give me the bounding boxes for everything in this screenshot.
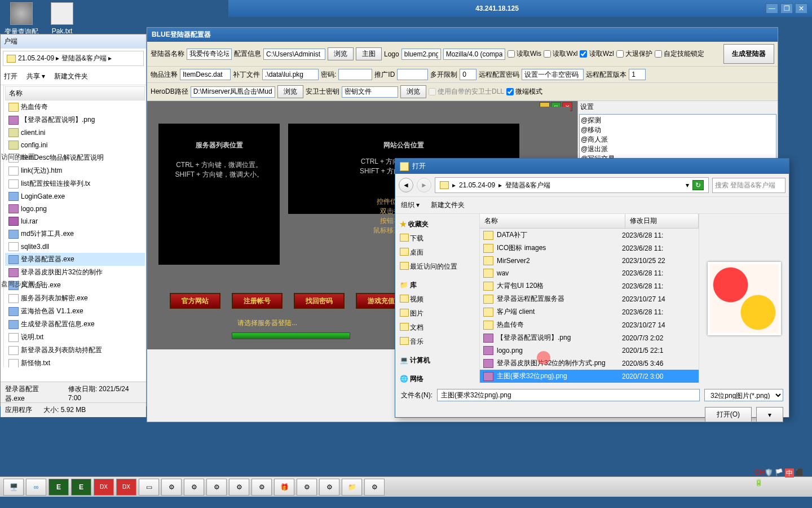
micro-mode-checkbox[interactable]: [506, 88, 514, 95]
filename-input[interactable]: [437, 389, 700, 401]
file-row[interactable]: 【登录器配置说明】.png: [5, 113, 145, 126]
taskbar-item[interactable]: DX: [116, 479, 136, 496]
breadcrumb[interactable]: 21.05.24-09 ▸ 登陆器&客户端 ▸: [3, 51, 144, 66]
file-row[interactable]: link(无边).htm: [5, 164, 145, 177]
taskbar-item[interactable]: 📁: [342, 479, 362, 496]
launcher-name-input[interactable]: [187, 49, 232, 60]
list-item[interactable]: @商人派: [581, 135, 775, 144]
file-row[interactable]: 客户端 client2023/6/28 11:: [480, 305, 699, 318]
read-wxl-checkbox[interactable]: [544, 50, 551, 58]
tray-icon[interactable]: ⬛: [795, 468, 804, 478]
file-row[interactable]: 新怪物.txt: [5, 357, 145, 367]
file-row[interactable]: MirServer22023/10/25 22: [480, 255, 699, 267]
refresh-button[interactable]: ↻: [692, 180, 704, 190]
file-row[interactable]: LoginGate.exe: [5, 190, 145, 203]
taskbar-item[interactable]: 🖥️: [3, 479, 24, 496]
game-btn-findpwd[interactable]: 找回密码: [294, 293, 345, 309]
taskbar-item[interactable]: ⚙: [229, 479, 249, 496]
cancel-button[interactable]: ▾: [756, 407, 783, 422]
nav-item[interactable]: 下载: [399, 231, 476, 246]
maximize-button[interactable]: ❐: [780, 3, 793, 14]
browse-button[interactable]: 浏览: [400, 85, 426, 98]
list-item[interactable]: @移动: [581, 125, 775, 135]
desktop-icon[interactable]: Pak.txt: [45, 2, 79, 35]
file-row[interactable]: 热血传奇: [5, 100, 145, 113]
ua-input[interactable]: [443, 49, 505, 60]
pwd-input[interactable]: [338, 69, 372, 80]
read-wis-checkbox[interactable]: [508, 50, 515, 58]
skill-lock-checkbox[interactable]: [655, 50, 662, 58]
multi-open-input[interactable]: [460, 69, 476, 80]
file-row[interactable]: 大背包UI 120格2023/6/28 11:: [480, 279, 699, 292]
file-row[interactable]: 登录器皮肤图片32位的制作: [5, 266, 145, 279]
nav-item[interactable]: 音乐: [399, 335, 476, 349]
file-row[interactable]: 登录器皮肤图片32位的制作方式.png2020/8/5 3:46: [480, 357, 699, 370]
tray-icon[interactable]: 🏳️: [775, 468, 784, 478]
forward-button[interactable]: ►: [417, 178, 431, 192]
list-item[interactable]: @退出派: [581, 144, 775, 154]
organize-button[interactable]: 组织 ▾: [401, 200, 420, 210]
filter-select[interactable]: 32位png图片(*.png): [704, 389, 783, 401]
file-row[interactable]: 热血传奇2023/10/27 14: [480, 318, 699, 331]
taskbar-item[interactable]: E: [48, 479, 69, 496]
column-header[interactable]: 名称: [5, 86, 145, 100]
minimize-button[interactable]: —: [766, 3, 778, 14]
file-row[interactable]: 登录器远程配置服务器2023/10/27 14: [480, 292, 699, 305]
file-row[interactable]: config.ini: [5, 139, 145, 151]
breadcrumb[interactable]: ▸21.05.24-09▸登陆器&客户端 ▾ ↻: [435, 177, 709, 193]
game-btn-register[interactable]: 注册帐号: [232, 293, 283, 309]
promo-input[interactable]: [397, 69, 428, 80]
tray-icon[interactable]: 🛡️: [765, 468, 774, 478]
file-row[interactable]: 【登录器配置说明】.png2020/7/3 2:02: [480, 331, 699, 344]
protect-checkbox[interactable]: [616, 50, 624, 58]
open-button[interactable]: 打开(O): [705, 407, 752, 422]
file-row[interactable]: 新登录器及列表防劫持配置: [5, 344, 145, 357]
col-date[interactable]: 修改日期: [625, 214, 699, 228]
open-button[interactable]: 打开: [4, 72, 17, 81]
game-btn-official[interactable]: 官方网站: [170, 293, 220, 309]
config-path-input[interactable]: [263, 49, 325, 60]
logo-input[interactable]: [401, 49, 441, 60]
file-row[interactable]: logo.png: [5, 203, 145, 215]
ime-indicator[interactable]: 中: [785, 468, 794, 478]
taskbar-item[interactable]: E: [71, 479, 91, 496]
file-row[interactable]: lui.rar: [5, 215, 145, 227]
taskbar-item[interactable]: ⚙: [319, 479, 339, 496]
item-desc-input[interactable]: [180, 69, 231, 80]
file-row[interactable]: logo.png2020/1/5 22:1: [480, 344, 699, 357]
tray-icon[interactable]: 🔋: [754, 479, 764, 488]
taskbar-item[interactable]: ⚙: [297, 479, 317, 496]
new-folder-button[interactable]: 新建文件夹: [431, 200, 465, 210]
file-row[interactable]: DATA补丁2023/6/28 11:: [480, 229, 699, 242]
nav-item[interactable]: 最近访问的位置: [399, 260, 476, 274]
file-row[interactable]: wav2023/6/28 11:: [480, 267, 699, 279]
generate-launcher-button[interactable]: 生成登陆器: [723, 44, 774, 64]
server-list-box[interactable]: 服务器列表位置 CTRL + 方向键，微调位置。 SHIFT + 方向键，微调大…: [158, 124, 280, 265]
file-row[interactable]: 登录器配置器.exe: [5, 253, 145, 266]
remote-pwd-input[interactable]: [522, 69, 584, 80]
file-row[interactable]: 说明.txt: [5, 331, 145, 344]
file-row[interactable]: md5计算工具.exe: [5, 227, 145, 240]
taskbar-item[interactable]: ⚙: [206, 479, 227, 496]
share-button[interactable]: 共享 ▾: [27, 72, 45, 81]
nav-item[interactable]: 视频: [399, 292, 476, 306]
patch-input[interactable]: [262, 69, 319, 80]
nav-item[interactable]: 图片: [399, 306, 476, 321]
file-row[interactable]: 服务器列表加解密.exe: [5, 292, 145, 305]
herodb-input[interactable]: [191, 86, 275, 98]
file-row[interactable]: 生成登录器配置信息.exe: [5, 318, 145, 331]
browse-button[interactable]: 浏览: [277, 85, 303, 98]
nav-item[interactable]: 文档: [399, 321, 476, 335]
taskbar-item[interactable]: ⚙: [251, 479, 272, 496]
taskbar-item[interactable]: ▭: [139, 479, 159, 496]
search-input[interactable]: 搜索 登陆器&客户端: [712, 178, 785, 193]
close-button[interactable]: ✕: [795, 3, 807, 14]
taskbar-item[interactable]: ⚙: [161, 479, 182, 496]
col-name[interactable]: 名称: [480, 214, 625, 228]
read-wzl-checkbox[interactable]: [580, 50, 587, 58]
new-folder-button[interactable]: 新建文件夹: [54, 72, 88, 81]
ime-indicator[interactable]: CH: [754, 468, 764, 478]
main-image-button[interactable]: 主图: [356, 47, 382, 60]
list-item[interactable]: @探测: [581, 116, 775, 125]
file-row[interactable]: sqlite3.dll: [5, 240, 145, 253]
